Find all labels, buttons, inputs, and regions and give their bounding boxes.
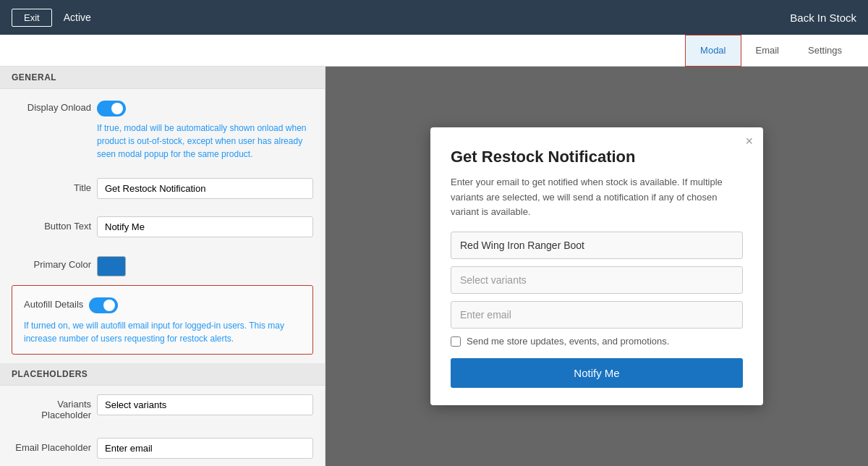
modal-title: Get Restock Notification: [451, 148, 743, 166]
primary-color-content: [97, 255, 313, 276]
modal-updates-checkbox[interactable]: [451, 336, 461, 347]
autofill-description: If turned on, we will autofill email inp…: [24, 319, 301, 345]
autofill-box: Autofill Details If turned on, we will a…: [12, 285, 313, 355]
primary-color-label: Primary Color: [12, 255, 91, 270]
autofill-label: Autofill Details: [24, 299, 83, 310]
modal-close-button[interactable]: ×: [745, 135, 753, 148]
button-text-group: Button Text: [0, 208, 325, 246]
email-placeholder-group: Email Placeholder: [0, 429, 325, 466]
email-placeholder-content: [97, 438, 313, 459]
right-panel: × Get Restock Notification Enter your em…: [326, 67, 868, 466]
tabs-bar: Modal Email Settings: [0, 35, 868, 67]
display-onload-description: If true, modal will be automatically sho…: [97, 122, 313, 161]
active-status: Active: [64, 12, 91, 23]
general-section-header: GENERAL: [0, 67, 325, 89]
modal-checkbox-label: Send me store updates, events, and promo…: [467, 336, 669, 347]
variants-placeholder-input[interactable]: [97, 394, 313, 415]
title-group: Title: [0, 169, 325, 208]
button-text-label: Button Text: [12, 216, 91, 232]
tab-settings[interactable]: Settings: [793, 35, 856, 67]
placeholders-section-header: PLACEHOLDERS: [0, 363, 325, 386]
exit-button[interactable]: Exit: [12, 9, 52, 27]
variants-placeholder-group: Variants Placeholder: [0, 386, 325, 429]
button-text-input[interactable]: [97, 216, 313, 237]
autofill-toggle[interactable]: [89, 297, 118, 313]
modal-description: Enter your email to get notified when st…: [451, 175, 743, 220]
display-onload-label: Display Onload: [12, 98, 91, 113]
modal-checkbox-row: Send me store updates, events, and promo…: [451, 336, 743, 347]
email-placeholder-label: Email Placeholder: [12, 438, 91, 453]
autofill-row: Autofill Details: [24, 295, 301, 313]
tab-email[interactable]: Email: [741, 35, 794, 67]
display-onload-content: If true, modal will be automatically sho…: [97, 98, 313, 161]
modal-email-input[interactable]: [451, 301, 743, 329]
email-placeholder-input[interactable]: [97, 438, 313, 459]
button-text-content: [97, 216, 313, 237]
modal-variants-input[interactable]: [451, 266, 743, 294]
main-layout: GENERAL Display Onload If true, modal wi…: [0, 67, 868, 466]
app-title: Back In Stock: [790, 12, 856, 24]
title-label: Title: [12, 178, 91, 193]
tab-modal[interactable]: Modal: [685, 35, 741, 67]
primary-color-swatch[interactable]: [97, 256, 126, 276]
title-content: [97, 178, 313, 199]
modal-product-input[interactable]: [451, 232, 743, 259]
variants-placeholder-label: Variants Placeholder: [12, 394, 91, 420]
modal-card: × Get Restock Notification Enter your em…: [430, 127, 763, 405]
variants-placeholder-content: [97, 394, 313, 415]
primary-color-group: Primary Color: [0, 246, 325, 285]
display-onload-toggle[interactable]: [97, 101, 126, 116]
top-bar: Exit Active Back In Stock: [0, 0, 868, 35]
display-onload-group: Display Onload If true, modal will be au…: [0, 89, 325, 169]
notify-me-button[interactable]: Notify Me: [451, 358, 743, 388]
title-input[interactable]: [97, 178, 313, 199]
left-panel: GENERAL Display Onload If true, modal wi…: [0, 67, 326, 466]
